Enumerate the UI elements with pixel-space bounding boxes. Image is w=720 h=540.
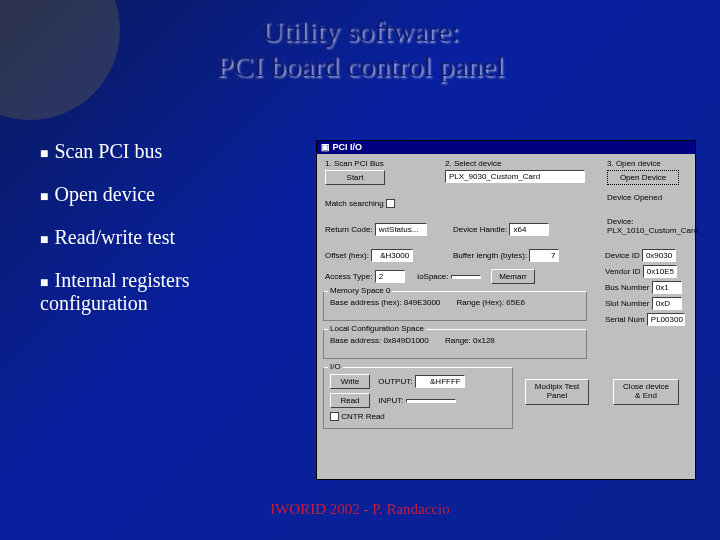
section-3-header: 3. Open device <box>607 159 689 168</box>
bullet-list: ■Scan PCI bus ■Open device ■Read/write t… <box>40 140 300 335</box>
memory-space-0-title: Memory Space 0 <box>328 286 392 295</box>
close-btn-line1: Close device <box>623 382 669 391</box>
close-device-button[interactable]: Close device & End <box>613 379 679 405</box>
return-code-label: Return Code: <box>325 225 373 234</box>
bullet-item: ■Open device <box>40 183 300 206</box>
io-group: I/O Write OUTPUT: &HFFFF Read INPUT: CNT… <box>323 367 513 429</box>
serial-num-label: Serial Num <box>605 315 645 324</box>
open-device-button[interactable]: Open Device <box>607 170 679 185</box>
iospace-label: IoSpace: <box>417 272 449 281</box>
ms0-base-label: Base address (hex): <box>330 298 402 307</box>
window-titlebar: ▣ PCI I/O <box>317 141 695 154</box>
window-title: PCI I/O <box>333 142 363 152</box>
output-label: OUTPUT: <box>378 377 412 386</box>
read-button[interactable]: Read <box>330 393 370 408</box>
section-1-header: 1. Scan PCI Bus <box>325 159 435 168</box>
buflen-label: Buffer length (bytes): <box>453 251 527 260</box>
modipix-test-button[interactable]: Modipix Test Panel <box>525 379 589 405</box>
vendor-id-field: 0x10E5 <box>643 265 677 278</box>
pci-io-window: ▣ PCI I/O 1. Scan PCI Bus Start 2. Selec… <box>316 140 696 480</box>
cntr-read-label: CNTR Read <box>341 412 385 421</box>
device-name-value: PLX_1010_Custom_Card <box>607 226 691 235</box>
access-type-field[interactable]: 2 <box>375 270 405 283</box>
bullet-item: ■Read/write test <box>40 226 300 249</box>
match-searching-label: Match searching <box>325 199 384 208</box>
buflen-field[interactable]: 7 <box>529 249 559 262</box>
lcs-range-label: Range: <box>445 336 471 345</box>
device-handle-label: Device Handle: <box>453 225 507 234</box>
memarr-button[interactable]: Memarr <box>491 269 535 284</box>
bullet-item: ■Internal registers configuration <box>40 269 300 315</box>
modipix-btn-line2: Panel <box>547 391 567 400</box>
bus-number-label: Bus Number <box>605 283 649 292</box>
access-type-label: Access Type: <box>325 272 372 281</box>
ms0-range-label: Range (Hex): <box>457 298 505 307</box>
square-bullet-icon: ■ <box>40 146 48 161</box>
iospace-field[interactable] <box>451 275 481 279</box>
local-config-space-title: Local Configuration Space <box>328 324 426 333</box>
device-id-label: Device ID <box>605 251 640 260</box>
ms0-base-value: 849E3000 <box>404 298 440 307</box>
return-code-field: wdStatus... <box>375 223 427 236</box>
square-bullet-icon: ■ <box>40 275 48 290</box>
device-handle-field: x64 <box>509 223 549 236</box>
square-bullet-icon: ■ <box>40 232 48 247</box>
bullet-text: Open device <box>54 183 155 205</box>
slot-number-field: 0xD <box>652 297 682 310</box>
device-select[interactable]: PLX_9030_Custom_Card <box>445 170 585 183</box>
lcs-base-value: 0x849D1000 <box>383 336 428 345</box>
local-config-space-group: Local Configuration Space Base address: … <box>323 329 587 359</box>
bullet-item: ■Scan PCI bus <box>40 140 300 163</box>
lcs-range-value: 0x128 <box>473 336 495 345</box>
device-opened-label: Device Opened <box>607 193 689 202</box>
cntr-read-checkbox[interactable] <box>330 412 339 421</box>
input-label: INPUT: <box>378 396 403 405</box>
match-searching-checkbox[interactable] <box>386 199 395 208</box>
write-button[interactable]: Write <box>330 374 370 389</box>
bus-number-field: 0x1 <box>652 281 682 294</box>
input-field[interactable] <box>406 399 456 403</box>
memory-space-0-group: Memory Space 0 Base address (hex): 849E3… <box>323 291 587 321</box>
slot-number-label: Slot Number <box>605 299 649 308</box>
corner-accent <box>0 0 120 120</box>
ms0-range-value: 65E6 <box>506 298 525 307</box>
io-group-title: I/O <box>328 362 343 371</box>
serial-num-field: PL00300 <box>647 313 685 326</box>
device-id-field: 0x9030 <box>642 249 676 262</box>
bullet-text: Internal registers configuration <box>40 269 189 314</box>
start-button[interactable]: Start <box>325 170 385 185</box>
vendor-id-label: Vendor ID <box>605 267 641 276</box>
modipix-btn-line1: Modipix Test <box>535 382 579 391</box>
app-icon: ▣ <box>321 142 330 152</box>
close-btn-line2: & End <box>635 391 657 400</box>
offset-field[interactable]: &H3000 <box>371 249 413 262</box>
offset-label: Offset (hex): <box>325 251 369 260</box>
section-2-header: 2. Select device <box>445 159 595 168</box>
bullet-text: Scan PCI bus <box>54 140 162 162</box>
device-label: Device: <box>607 217 691 226</box>
bullet-text: Read/write test <box>54 226 175 248</box>
square-bullet-icon: ■ <box>40 189 48 204</box>
output-field[interactable]: &HFFFF <box>415 375 465 388</box>
footer-text: IWORID 2002 - P. Randaccio <box>0 501 720 518</box>
lcs-base-label: Base address: <box>330 336 381 345</box>
